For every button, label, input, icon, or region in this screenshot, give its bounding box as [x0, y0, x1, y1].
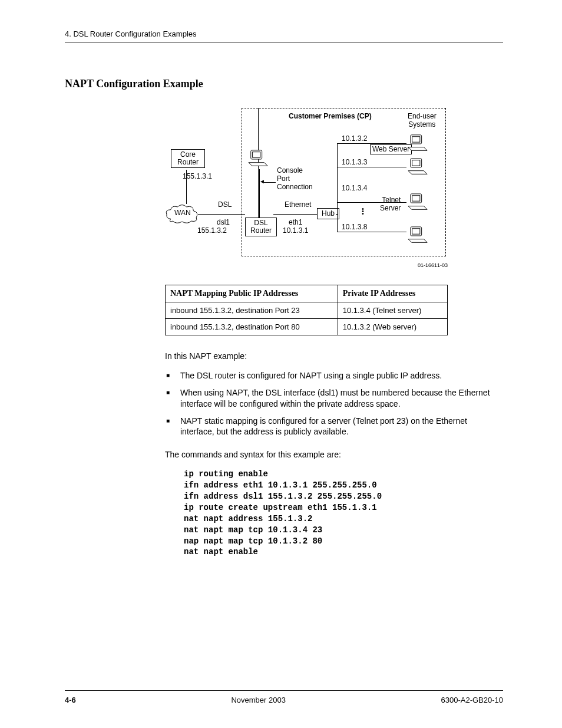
list-item: The DSL router is configured for NAPT us… [165, 370, 495, 381]
console-arrow-head: ◄ [259, 178, 265, 185]
console-arrow-line [264, 182, 276, 183]
end-user-label: End-user Systems [408, 113, 437, 129]
line-hub-pc2 [337, 167, 406, 167]
core-ip: 155.1.3.1 [183, 173, 212, 181]
page-footer: 4-6 November 2003 6300-A2-GB20-10 [65, 690, 503, 704]
pc-icon-4 [406, 226, 430, 246]
cell-public: inbound 155.1.3.2, destination Port 80 [166, 319, 338, 335]
ethernet-label: Ethernet [285, 201, 311, 209]
command-block: ip routing enable ifn address eth1 10.1.… [184, 469, 495, 558]
th-public: NAPT Mapping Public IP Addresses [166, 285, 338, 302]
line-hub-pc4 [337, 232, 406, 232]
line-core-wan [186, 170, 187, 204]
svg-rect-3 [412, 137, 420, 142]
list-item: When using NAPT, the DSL interface (dsl1… [165, 387, 495, 410]
bullet-list: The DSL router is configured for NAPT us… [165, 370, 495, 437]
wan-label: WAN [174, 209, 191, 218]
pc-icon-2 [406, 157, 430, 177]
pc-icon-1 [406, 134, 430, 154]
eth1-label: eth1 [289, 219, 302, 227]
console-pc-icon [247, 149, 270, 169]
telnet-server-label: Telnet Server [380, 196, 401, 213]
intro-text: In this NAPT example: [165, 351, 495, 362]
dsl-router-label: DSL Router [250, 219, 272, 235]
web-server-box: Web Server [370, 144, 412, 154]
line-hub-pc1 [337, 143, 406, 144]
hub-stub [336, 214, 338, 215]
napt-mapping-table: NAPT Mapping Public IP Addresses Private… [165, 285, 448, 335]
ip-d: 10.1.3.8 [342, 223, 367, 232]
doc-id: 6300-A2-GB20-10 [441, 696, 503, 704]
svg-rect-9 [412, 229, 420, 234]
cell-private: 10.1.3.4 (Telnet server) [338, 302, 447, 319]
dsl1-ip: 155.1.3.2 [197, 227, 227, 235]
diagram-id: 01-16611-03 [418, 262, 448, 268]
core-router-label: Core Router [177, 150, 199, 166]
th-private: Private IP Addresses [338, 285, 447, 302]
cp-title: Customer Premises (CP) [289, 113, 372, 121]
cell-private: 10.1.3.2 (Web server) [338, 319, 447, 335]
console-label: Console Port Connection [277, 167, 313, 191]
network-diagram: Customer Premises (CP) End-user Systems … [165, 108, 448, 267]
section-title: NAPT Configuration Example [65, 78, 503, 90]
table-row: inbound 155.1.3.2, destination Port 80 1… [166, 319, 448, 335]
console-to-router-line [259, 169, 260, 218]
dots-icon: ••• [361, 208, 365, 215]
running-header: 4. DSL Router Configuration Examples [65, 29, 503, 42]
svg-rect-7 [412, 196, 420, 201]
line-dslrouter-hub [273, 214, 318, 215]
table-row: inbound 155.1.3.2, destination Port 23 1… [166, 302, 448, 319]
footer-date: November 2003 [231, 696, 286, 704]
ip-c: 10.1.3.4 [342, 185, 367, 193]
hub-bus-line [337, 143, 338, 232]
svg-rect-1 [253, 152, 260, 157]
hub-label: Hub [322, 209, 335, 218]
line-wan-dslrouter [198, 214, 245, 215]
pc-icon-3 [406, 193, 430, 213]
cell-public: inbound 155.1.3.2, destination Port 23 [166, 302, 338, 319]
dsl-label: DSL [218, 201, 232, 209]
dsl1-label: dsl1 [217, 219, 230, 227]
core-router-box: Core Router [171, 149, 205, 168]
eth1-ip: 10.1.3.1 [283, 227, 308, 235]
page-number: 4-6 [65, 696, 76, 704]
cmd-intro: The commands and syntax for this example… [165, 449, 495, 460]
dsl-router-box: DSL Router [245, 218, 277, 236]
ip-a: 10.1.3.2 [342, 135, 367, 143]
svg-rect-5 [412, 160, 420, 166]
ip-b: 10.1.3.3 [342, 159, 367, 167]
web-server-label: Web Server [372, 145, 409, 153]
list-item: NAPT static mapping is configured for a … [165, 416, 495, 438]
